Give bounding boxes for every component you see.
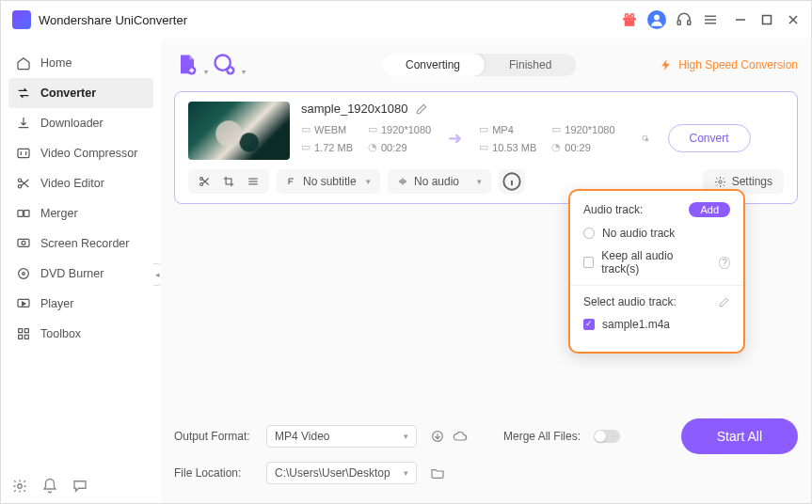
- dst-res: 1920*1080: [565, 124, 614, 135]
- info-button[interactable]: [499, 169, 525, 194]
- footer-feedback-icon[interactable]: [72, 478, 88, 495]
- footer-bell-icon[interactable]: [41, 478, 58, 495]
- audio-icon: [397, 176, 408, 187]
- sidebar-item-home[interactable]: Home: [1, 48, 161, 78]
- maximize-button[interactable]: [760, 13, 773, 26]
- file-location-value: C:\Users\User\Desktop: [275, 466, 390, 480]
- svg-rect-6: [677, 21, 680, 25]
- convert-button[interactable]: Convert: [668, 124, 751, 152]
- svg-rect-25: [19, 329, 23, 333]
- svg-point-4: [630, 14, 633, 17]
- sidebar-item-converter[interactable]: Converter: [8, 78, 153, 108]
- svg-point-3: [625, 14, 628, 17]
- edit-list-icon[interactable]: [718, 296, 730, 308]
- sidebar-item-editor[interactable]: Video Editor: [1, 168, 161, 198]
- trim-icon[interactable]: [198, 175, 211, 188]
- subtitle-icon: [286, 176, 297, 187]
- svg-point-40: [719, 180, 722, 182]
- gift-icon[interactable]: [621, 11, 638, 28]
- recorder-icon: [16, 236, 31, 251]
- sidebar-item-recorder[interactable]: Screen Recorder: [1, 228, 161, 259]
- sidebar-item-toolbox[interactable]: Toolbox: [1, 319, 161, 349]
- merge-icon: [16, 206, 31, 221]
- svg-rect-7: [688, 21, 691, 25]
- audio-popover: Audio track: Add No audio track Keep all…: [568, 189, 745, 354]
- thumbnail[interactable]: [188, 102, 290, 160]
- radio-icon: [583, 228, 595, 239]
- divider: [570, 285, 743, 286]
- scissors-icon: [16, 176, 31, 191]
- sidebar-label: Video Compressor: [40, 147, 137, 160]
- open-folder-icon[interactable]: [430, 465, 445, 480]
- minimize-button[interactable]: [734, 13, 747, 26]
- sidebar-item-dvd[interactable]: DVD Burner: [1, 259, 161, 289]
- keep-all-label: Keep all audio track(s): [601, 249, 706, 276]
- sidebar-item-player[interactable]: Player: [1, 289, 161, 319]
- app-title: Wondershare UniConverter: [39, 13, 621, 27]
- headset-icon[interactable]: [676, 11, 693, 28]
- help-icon[interactable]: ?: [719, 257, 730, 269]
- app-logo: [12, 10, 31, 29]
- sidebar-item-downloader[interactable]: Downloader: [1, 108, 161, 138]
- svg-rect-19: [24, 211, 29, 217]
- dst-format: MP4: [492, 124, 514, 135]
- keep-all-option[interactable]: Keep all audio track(s) ?: [583, 249, 730, 276]
- add-url-button[interactable]: ▾: [212, 52, 238, 78]
- svg-rect-27: [19, 335, 23, 339]
- dst-size: 10.53 MB: [492, 142, 536, 153]
- sidebar-label: Downloader: [40, 117, 103, 130]
- track-sample1[interactable]: sample1.m4a: [583, 318, 730, 331]
- download-icon: [16, 116, 31, 131]
- close-button[interactable]: [787, 13, 800, 26]
- user-avatar[interactable]: [647, 10, 666, 29]
- local-save-icon[interactable]: [430, 429, 445, 444]
- svg-rect-26: [24, 329, 28, 333]
- checkbox-icon: [583, 257, 594, 268]
- bolt-icon: [660, 58, 673, 71]
- output-format-select[interactable]: MP4 Video ▾: [266, 425, 417, 448]
- audio-dropdown[interactable]: No audio ▾: [388, 169, 491, 194]
- svg-point-23: [23, 273, 25, 276]
- file-location-label: File Location:: [174, 466, 259, 480]
- settings-label: Settings: [732, 175, 772, 188]
- svg-point-22: [19, 269, 29, 279]
- sidebar-item-merger[interactable]: Merger: [1, 198, 161, 228]
- gear-icon: [714, 176, 726, 188]
- file-name: sample_1920x1080: [301, 102, 407, 116]
- tab-finished[interactable]: Finished: [485, 54, 576, 76]
- svg-rect-12: [763, 16, 772, 24]
- start-all-button[interactable]: Start All: [681, 418, 798, 454]
- toolbar: ▾ ▾ Converting Finished High Speed Conve…: [174, 44, 798, 86]
- tab-converting[interactable]: Converting: [381, 54, 485, 76]
- play-icon: [16, 296, 31, 311]
- svg-point-42: [18, 484, 23, 489]
- footer-settings-icon[interactable]: [11, 478, 28, 495]
- subtitle-dropdown[interactable]: No subtitle ▾: [277, 169, 380, 194]
- add-audio-button[interactable]: Add: [689, 202, 730, 217]
- hamburger-icon[interactable]: [702, 11, 719, 28]
- no-audio-label: No audio track: [602, 227, 675, 240]
- home-icon: [16, 55, 31, 71]
- effects-icon[interactable]: [247, 175, 260, 188]
- no-audio-option[interactable]: No audio track: [583, 227, 730, 240]
- cloud-save-icon[interactable]: [453, 429, 468, 444]
- high-speed-toggle[interactable]: High Speed Conversion: [660, 58, 798, 71]
- crop-icon[interactable]: [222, 175, 235, 188]
- sidebar-label: Converter: [40, 87, 96, 100]
- select-title: Select audio track:: [583, 295, 677, 308]
- output-settings-icon[interactable]: [638, 130, 655, 147]
- file-location-select[interactable]: C:\Users\User\Desktop ▾: [266, 462, 417, 484]
- track1-label: sample1.m4a: [602, 318, 670, 331]
- titlebar: Wondershare UniConverter: [1, 1, 811, 39]
- edit-tools: [188, 169, 269, 194]
- merge-toggle[interactable]: [594, 430, 620, 443]
- add-file-button[interactable]: ▾: [174, 52, 200, 78]
- subtitle-value: No subtitle: [303, 175, 357, 188]
- sidebar-item-compressor[interactable]: Video Compressor: [1, 138, 161, 168]
- output-format-label: Output Format:: [174, 430, 259, 443]
- sidebar-label: Home: [40, 56, 72, 70]
- rename-icon[interactable]: [415, 102, 428, 116]
- disc-icon: [16, 266, 31, 281]
- popover-title: Audio track:: [583, 203, 643, 216]
- svg-rect-15: [18, 149, 29, 157]
